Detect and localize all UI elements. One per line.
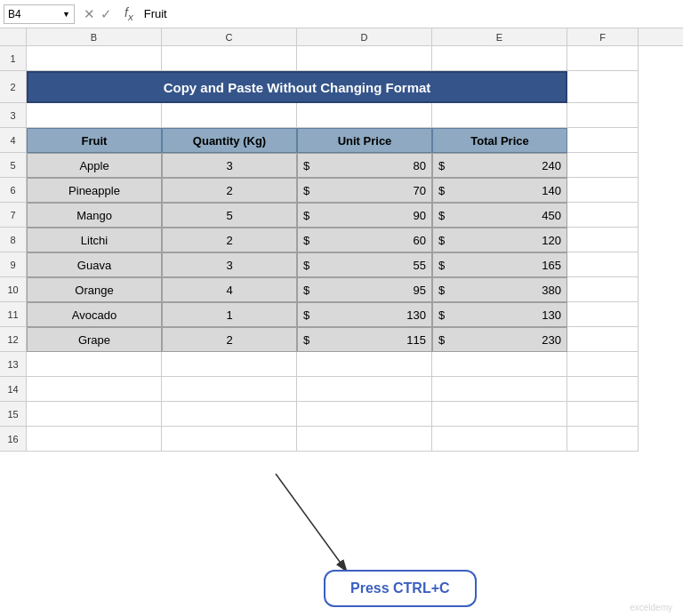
title-cell: Copy and Paste Without Changing Format [27, 71, 567, 103]
cell-fruit-9[interactable]: Guava [27, 252, 162, 277]
cell-total-9[interactable]: $165 [432, 252, 567, 277]
cell-fruit-10[interactable]: Orange [27, 277, 162, 302]
cell-qty-11[interactable]: 1 [162, 302, 297, 327]
header-fruit[interactable]: Fruit [27, 128, 162, 153]
formula-input[interactable] [141, 7, 679, 20]
cell-b1[interactable] [27, 46, 162, 71]
cell-b14[interactable] [27, 377, 162, 402]
cell-c13[interactable] [162, 352, 297, 377]
cell-f13[interactable] [567, 352, 639, 377]
cell-ref-label: B4 [8, 8, 21, 20]
cell-e15[interactable] [432, 402, 567, 427]
cell-f8[interactable] [567, 228, 639, 252]
cell-d15[interactable] [297, 402, 432, 427]
cell-fruit-7[interactable]: Mango [27, 203, 162, 228]
cell-f16[interactable] [567, 427, 639, 452]
cell-f6[interactable] [567, 178, 639, 203]
cell-c16[interactable] [162, 427, 297, 452]
cell-b13[interactable] [27, 352, 162, 377]
cell-qty-12[interactable]: 2 [162, 327, 297, 352]
table-row: 10 Orange 4 $95 $380 [0, 277, 683, 302]
cell-total-6[interactable]: $140 [432, 178, 567, 203]
cell-e3[interactable] [432, 103, 567, 128]
cell-d16[interactable] [297, 427, 432, 452]
cell-f3[interactable] [567, 103, 639, 128]
cell-f10[interactable] [567, 277, 639, 302]
cell-d14[interactable] [297, 377, 432, 402]
spreadsheet-title: Copy and Paste Without Changing Format [164, 80, 431, 95]
table-row: 16 [0, 427, 683, 452]
cell-f9[interactable] [567, 252, 639, 277]
cell-e14[interactable] [432, 377, 567, 402]
cell-unit-6[interactable]: $70 [297, 178, 432, 203]
cell-f4[interactable] [567, 128, 639, 153]
cell-f5[interactable] [567, 153, 639, 178]
header-unit-price[interactable]: Unit Price [297, 128, 432, 153]
row-num-4: 4 [0, 128, 27, 153]
row-num-6: 6 [0, 178, 27, 203]
col-header-d[interactable]: D [297, 28, 432, 45]
row-num-15: 15 [0, 402, 27, 427]
cell-qty-8[interactable]: 2 [162, 228, 297, 252]
row-num-1: 1 [0, 46, 27, 71]
cell-qty-5[interactable]: 3 [162, 153, 297, 178]
cell-b3[interactable] [27, 103, 162, 128]
cell-b15[interactable] [27, 402, 162, 427]
header-total-price[interactable]: Total Price [432, 128, 567, 153]
cell-e1[interactable] [432, 46, 567, 71]
cell-total-10[interactable]: $380 [432, 277, 567, 302]
cell-unit-12[interactable]: $115 [297, 327, 432, 352]
cell-f2[interactable] [567, 71, 639, 103]
cell-unit-9[interactable]: $55 [297, 252, 432, 277]
dropdown-arrow-icon[interactable]: ▼ [62, 10, 70, 19]
cell-fruit-12[interactable]: Grape [27, 327, 162, 352]
cell-unit-5[interactable]: $80 [297, 153, 432, 178]
cell-d1[interactable] [297, 46, 432, 71]
cell-f12[interactable] [567, 327, 639, 352]
cell-qty-10[interactable]: 4 [162, 277, 297, 302]
cell-qty-6[interactable]: 2 [162, 178, 297, 203]
col-header-e[interactable]: E [432, 28, 567, 45]
cell-fruit-8[interactable]: Litchi [27, 228, 162, 252]
cell-f14[interactable] [567, 377, 639, 402]
cell-total-7[interactable]: $450 [432, 203, 567, 228]
cell-total-11[interactable]: $130 [432, 302, 567, 327]
cancel-icon[interactable]: ✕ [84, 6, 95, 22]
cell-d13[interactable] [297, 352, 432, 377]
table-row: 7 Mango 5 $90 $450 [0, 203, 683, 228]
cell-c15[interactable] [162, 402, 297, 427]
table-row: 13 [0, 352, 683, 377]
table-row: 8 Litchi 2 $60 $120 [0, 228, 683, 252]
col-header-f[interactable]: F [567, 28, 639, 45]
cell-qty-7[interactable]: 5 [162, 203, 297, 228]
cell-d3[interactable] [297, 103, 432, 128]
cell-e13[interactable] [432, 352, 567, 377]
cell-total-12[interactable]: $230 [432, 327, 567, 352]
cell-unit-7[interactable]: $90 [297, 203, 432, 228]
col-header-c[interactable]: C [162, 28, 297, 45]
cell-total-8[interactable]: $120 [432, 228, 567, 252]
table-row: 1 [0, 46, 683, 71]
cell-e16[interactable] [432, 427, 567, 452]
cell-unit-10[interactable]: $95 [297, 277, 432, 302]
cell-f11[interactable] [567, 302, 639, 327]
header-quantity[interactable]: Quantity (Kg) [162, 128, 297, 153]
cell-c1[interactable] [162, 46, 297, 71]
cell-fruit-5[interactable]: Apple [27, 153, 162, 178]
cell-qty-9[interactable]: 3 [162, 252, 297, 277]
confirm-icon[interactable]: ✓ [100, 6, 112, 22]
cell-f15[interactable] [567, 402, 639, 427]
col-header-b[interactable]: B [27, 28, 162, 45]
cell-unit-11[interactable]: $130 [297, 302, 432, 327]
cell-total-5[interactable]: $240 [432, 153, 567, 178]
cell-f1[interactable] [567, 46, 639, 71]
cell-f7[interactable] [567, 203, 639, 228]
cell-fruit-6[interactable]: Pineapple [27, 178, 162, 203]
cell-c3[interactable] [162, 103, 297, 128]
corner-cell [0, 28, 27, 45]
cell-unit-8[interactable]: $60 [297, 228, 432, 252]
cell-c14[interactable] [162, 377, 297, 402]
cell-b16[interactable] [27, 427, 162, 452]
cell-reference-box[interactable]: B4 ▼ [4, 4, 75, 24]
cell-fruit-11[interactable]: Avocado [27, 302, 162, 327]
